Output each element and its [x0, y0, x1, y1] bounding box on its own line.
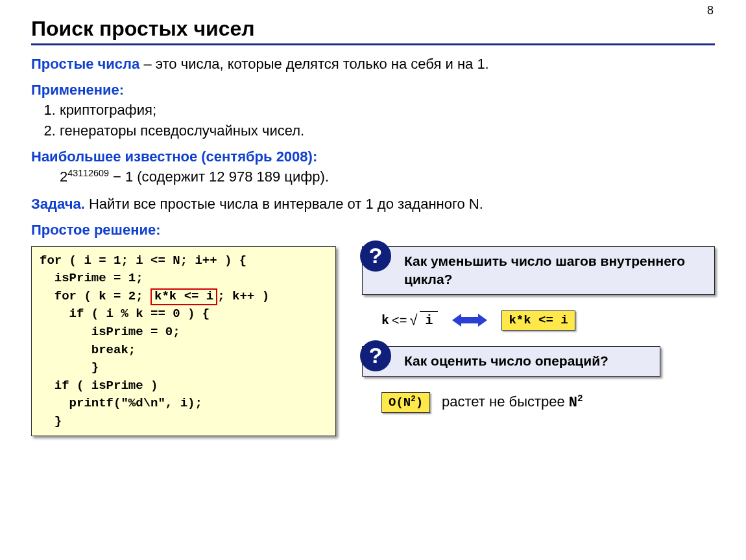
code-line: for ( k = 2;	[40, 289, 150, 303]
lk-exp: 43112609	[67, 168, 109, 178]
code-highlight: k*k <= i	[150, 288, 217, 305]
complexity-text: растет не быстрее N2	[442, 392, 583, 413]
applications-list: криптография; генераторы псевдослучайных…	[60, 100, 715, 140]
code-line: printf("%d\n", i);	[40, 396, 202, 410]
lhs-radicand: i	[420, 311, 438, 329]
task-text: Найти все простые числа в интервале от 1…	[85, 196, 483, 212]
question-box-1: ? Как уменьшить число шагов внутреннего …	[362, 246, 715, 295]
definition-line: Простые числа – это числа, которые делят…	[31, 54, 715, 74]
code-line: isPrime = 0;	[40, 325, 180, 339]
task-label: Задача.	[31, 196, 85, 212]
code-line: break;	[40, 343, 136, 357]
rhs-chip: k*k <= i	[501, 310, 575, 331]
equivalence-line: k <= √i k*k <= i	[381, 310, 715, 331]
complexity-text-prefix: растет не быстрее	[442, 393, 569, 410]
definition-text: – это числа, которые делятся только на с…	[139, 56, 488, 72]
question-box-2: ? Как оценить число операций?	[362, 346, 660, 376]
lk-tail: − 1 (содержит 12 978 189 цифр).	[109, 169, 329, 185]
lk-base: 2	[60, 169, 67, 185]
application-item: генераторы псевдослучайных чисел.	[60, 121, 715, 141]
bigO-exp: 2	[411, 395, 415, 404]
task-line: Задача. Найти все простые числа в интерв…	[31, 194, 715, 214]
N-base: N	[569, 395, 577, 411]
code-line: if ( isPrime )	[40, 379, 158, 393]
svg-marker-0	[452, 314, 487, 327]
application-item: криптография;	[60, 100, 715, 120]
code-line: ; k++ )	[217, 289, 269, 303]
code-line: }	[40, 414, 62, 428]
definition-term: Простые числа	[31, 56, 139, 72]
lhs-k: k	[381, 312, 389, 329]
applications-heading: Применение:	[31, 80, 715, 100]
code-line: isPrime = 1;	[40, 271, 143, 285]
bigO-suffix: )	[416, 395, 423, 410]
code-line: for ( i = 1; i <= N; i++ ) {	[40, 253, 247, 268]
code-box: for ( i = 1; i <= N; i++ ) { isPrime = 1…	[31, 246, 336, 436]
largest-known-heading: Наибольшее известное (сентябрь 2008):	[31, 147, 715, 167]
title-rule	[31, 43, 715, 45]
largest-known-value: 243112609 − 1 (содержит 12 978 189 цифр)…	[60, 167, 715, 187]
lhs-expression: k <= √i	[381, 310, 438, 330]
slide-title: Поиск простых чисел	[31, 17, 715, 41]
question-1-text: Как уменьшить число шагов внутреннего ци…	[404, 253, 685, 286]
bigO-prefix: O(N	[389, 395, 411, 410]
sqrt-icon: √	[409, 310, 417, 330]
N-exp: 2	[577, 393, 583, 404]
question-2-text: Как оценить число операций?	[404, 353, 608, 368]
code-line: }	[40, 360, 99, 375]
lhs-op: <=	[392, 312, 407, 329]
double-arrow-icon	[452, 313, 487, 327]
question-mark-icon: ?	[360, 340, 391, 371]
big-o-chip: O(N2)	[381, 392, 430, 414]
code-line: if ( i % k == 0 ) {	[40, 307, 210, 321]
complexity-line: O(N2) растет не быстрее N2	[381, 392, 715, 414]
page-number: 8	[707, 4, 714, 18]
simple-solution-heading: Простое решение:	[31, 220, 715, 240]
question-mark-icon: ?	[360, 240, 391, 272]
